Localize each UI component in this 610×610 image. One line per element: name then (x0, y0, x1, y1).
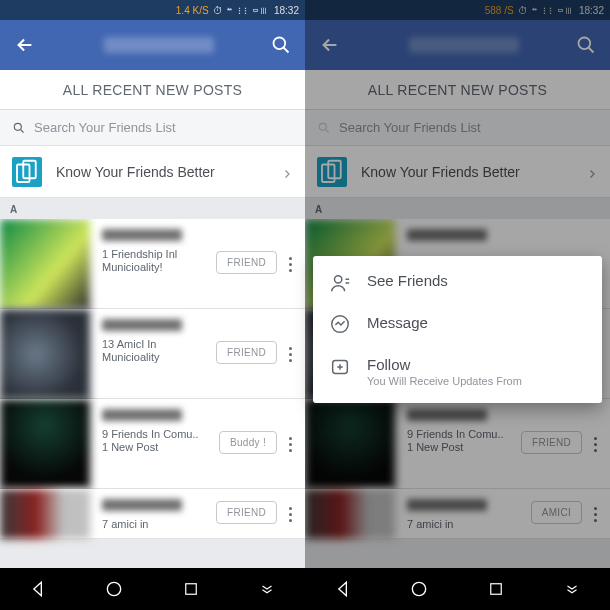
magnifier-icon (317, 121, 331, 135)
search-placeholder: Search Your Friends List (339, 120, 481, 135)
avatar (0, 309, 90, 399)
friend-name-blurred (407, 229, 487, 241)
avatar (0, 399, 90, 489)
friend-button[interactable]: FRIEND (216, 341, 277, 364)
nav-drawer-icon[interactable] (247, 569, 287, 609)
statusbar: 1.4 K/S ⏱ ☁ ⋮⋮ ▭⫴ 18:32 (0, 0, 305, 20)
avatar (305, 489, 395, 539)
nav-back-icon[interactable] (18, 569, 58, 609)
more-icon[interactable] (281, 339, 299, 369)
search-icon[interactable] (271, 35, 291, 55)
avatar (0, 219, 90, 309)
cards-icon (12, 157, 42, 187)
svg-point-0 (274, 38, 286, 50)
list-item[interactable]: 7 amici in AMICI (305, 489, 610, 539)
magnifier-icon (12, 121, 26, 135)
friend-name-blurred (102, 229, 182, 241)
svg-point-1 (14, 123, 21, 130)
avatar (0, 489, 90, 539)
list-item[interactable]: 9 Friends In Comu.. 1 New Post Buddy ! (0, 399, 305, 489)
know-friends-label: Know Your Friends Better (361, 164, 586, 180)
header-title-blurred (104, 37, 214, 53)
know-friends-row[interactable]: Know Your Friends Better (305, 146, 610, 198)
more-icon[interactable] (281, 249, 299, 279)
header-title-blurred (409, 37, 519, 53)
friend-button[interactable]: FRIEND (216, 251, 277, 274)
nav-back-icon[interactable] (323, 569, 363, 609)
more-icon[interactable] (586, 429, 604, 459)
menu-follow[interactable]: Follow You Will Receive Updates From (313, 346, 602, 397)
friend-name-blurred (102, 409, 182, 421)
app-header (0, 20, 305, 70)
list-item[interactable]: 7 amici in FRIEND (0, 489, 305, 539)
tab-all-recent[interactable]: ALL RECENT NEW POSTS (0, 70, 305, 110)
net-speed: 1.4 K/S (176, 5, 209, 16)
nav-recent-icon[interactable] (476, 569, 516, 609)
cards-icon (317, 157, 347, 187)
chevron-right-icon (281, 166, 293, 178)
menu-label: See Friends (367, 272, 586, 289)
avatar (305, 399, 395, 489)
app-header (305, 20, 610, 70)
more-icon[interactable] (281, 499, 299, 529)
search-input[interactable]: Search Your Friends List (0, 110, 305, 146)
menu-sublabel: You Will Receive Updates From (367, 375, 586, 387)
more-icon[interactable] (586, 499, 604, 529)
friends-list: 1 Friendship Inl Municioality! FRIEND 13… (0, 219, 305, 568)
nav-home-icon[interactable] (399, 569, 439, 609)
friend-name-blurred (102, 499, 182, 511)
know-friends-row[interactable]: Know Your Friends Better (0, 146, 305, 198)
nav-home-icon[interactable] (94, 569, 134, 609)
svg-rect-5 (185, 584, 196, 595)
user-icon (329, 272, 351, 294)
svg-rect-14 (490, 584, 501, 595)
screen-right: 588 /S ⏱ ☁ ⋮⋮ ▭⫴ 18:32 ALL RECENT NEW PO… (305, 0, 610, 610)
menu-see-friends[interactable]: See Friends (313, 262, 602, 304)
friend-name-blurred (102, 319, 182, 331)
tab-all-recent[interactable]: ALL RECENT NEW POSTS (305, 70, 610, 110)
follow-icon (329, 356, 351, 378)
search-placeholder: Search Your Friends List (34, 120, 176, 135)
friend-name-blurred (407, 499, 487, 511)
svg-point-10 (335, 276, 342, 283)
svg-point-7 (319, 123, 326, 130)
clock: 18:32 (274, 5, 299, 16)
list-item[interactable]: 9 Friends In Comu.. 1 New Post FRIEND (305, 399, 610, 489)
know-friends-label: Know Your Friends Better (56, 164, 281, 180)
list-item[interactable]: 1 Friendship Inl Municioality! FRIEND (0, 219, 305, 309)
section-header: A (0, 198, 305, 219)
menu-label: Message (367, 314, 586, 331)
statusbar: 588 /S ⏱ ☁ ⋮⋮ ▭⫴ 18:32 (305, 0, 610, 20)
back-icon[interactable] (14, 34, 36, 56)
search-icon[interactable] (576, 35, 596, 55)
friend-name-blurred (407, 409, 487, 421)
friend-button[interactable]: FRIEND (216, 501, 277, 524)
friend-button[interactable]: Buddy ! (219, 431, 277, 454)
android-navbar (0, 568, 305, 610)
section-header: A (305, 198, 610, 219)
chevron-right-icon (586, 166, 598, 178)
context-menu: See Friends Message Follow You Will Rece… (313, 256, 602, 403)
screen-left: 1.4 K/S ⏱ ☁ ⋮⋮ ▭⫴ 18:32 ALL RECENT NEW P… (0, 0, 305, 610)
clock: 18:32 (579, 5, 604, 16)
status-icons: ⏱ ☁ ⋮⋮ ▭⫴ (213, 5, 270, 16)
messenger-icon (329, 314, 351, 336)
status-icons: ⏱ ☁ ⋮⋮ ▭⫴ (518, 5, 575, 16)
net-speed: 588 /S (485, 5, 514, 16)
back-icon[interactable] (319, 34, 341, 56)
friend-button[interactable]: AMICI (531, 501, 582, 524)
friend-button[interactable]: FRIEND (521, 431, 582, 454)
svg-point-13 (413, 582, 426, 595)
nav-drawer-icon[interactable] (552, 569, 592, 609)
menu-label: Follow (367, 356, 586, 373)
android-navbar (305, 568, 610, 610)
search-input[interactable]: Search Your Friends List (305, 110, 610, 146)
svg-point-4 (108, 582, 121, 595)
more-icon[interactable] (281, 429, 299, 459)
menu-message[interactable]: Message (313, 304, 602, 346)
nav-recent-icon[interactable] (171, 569, 211, 609)
svg-point-6 (579, 38, 591, 50)
list-item[interactable]: 13 AmicI In Municioality FRIEND (0, 309, 305, 399)
